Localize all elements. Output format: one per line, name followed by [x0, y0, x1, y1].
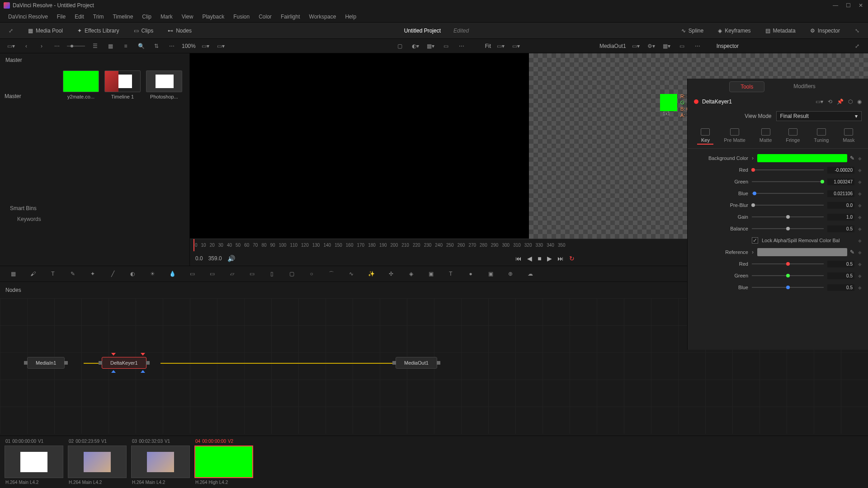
- tool-rect-icon[interactable]: ▢: [286, 268, 297, 280]
- ref-blue-slider[interactable]: [752, 287, 824, 288]
- keyframe-diamond[interactable]: ◆: [858, 191, 862, 196]
- time-start[interactable]: 0.0: [195, 255, 203, 262]
- goto-end-icon[interactable]: ⏭: [557, 255, 564, 262]
- red-value[interactable]: [827, 167, 854, 174]
- tool-text-icon[interactable]: T: [47, 268, 59, 280]
- nav-back-icon[interactable]: ‹: [21, 41, 32, 52]
- view-grid-icon[interactable]: ▦: [105, 41, 116, 52]
- tool-brush-icon[interactable]: ✎: [67, 268, 79, 280]
- keyframe-diamond[interactable]: ◆: [858, 285, 862, 290]
- inspector-tab-modifiers[interactable]: Modifiers: [783, 81, 826, 92]
- nav-forward-icon[interactable]: ›: [36, 41, 47, 52]
- keyframe-diamond[interactable]: ◆: [858, 250, 862, 255]
- viewmode-select[interactable]: Final Result▾: [776, 111, 862, 121]
- menu-playback[interactable]: Playback: [198, 12, 229, 22]
- dropdown-icon[interactable]: ▭▾: [631, 41, 642, 52]
- search-icon[interactable]: 🔍: [136, 41, 146, 52]
- menu-fusion[interactable]: Fusion: [229, 12, 254, 22]
- balance-slider[interactable]: [752, 228, 824, 229]
- keyframe-diamond[interactable]: ◆: [858, 215, 862, 220]
- playhead[interactable]: [193, 239, 194, 251]
- more3-icon[interactable]: ⋯: [456, 41, 467, 52]
- menu-file[interactable]: File: [52, 12, 70, 22]
- menu-color[interactable]: Color: [254, 12, 276, 22]
- keyframe-diamond[interactable]: ◆: [858, 168, 862, 173]
- layout2-icon[interactable]: ▭▾: [200, 41, 211, 52]
- node-mediain1[interactable]: MediaIn1: [27, 357, 65, 369]
- expand-icon[interactable]: ›: [752, 155, 754, 161]
- param-tab-tuning[interactable]: Tuning: [810, 127, 832, 145]
- tool-matte-icon[interactable]: ▭: [246, 268, 258, 280]
- menu-help[interactable]: Help: [340, 12, 361, 22]
- smartbin-keywords[interactable]: Keywords: [10, 213, 48, 225]
- tool-wave-icon[interactable]: ∿: [345, 268, 357, 280]
- keyframe-diamond[interactable]: ◆: [858, 156, 862, 161]
- view-strip-icon[interactable]: ≡: [120, 41, 131, 52]
- param-tab-matte[interactable]: Matte: [756, 127, 776, 145]
- clip-item[interactable]: Timeline 1: [104, 70, 141, 99]
- menu-clip[interactable]: Clip: [137, 12, 156, 22]
- node-enable-dot[interactable]: [694, 99, 698, 104]
- tool-3d-icon[interactable]: ◈: [405, 268, 417, 280]
- green-slider[interactable]: [752, 181, 824, 182]
- ref-blue-value[interactable]: [827, 284, 854, 291]
- clip-item[interactable]: y2mate.co...: [62, 70, 99, 99]
- thumb-slider[interactable]: [67, 46, 85, 47]
- view-box-icon[interactable]: ▭: [441, 41, 452, 52]
- menu-timeline[interactable]: Timeline: [108, 12, 137, 22]
- gain-slider[interactable]: [752, 216, 824, 217]
- tool-bg-icon[interactable]: ▦: [7, 268, 19, 280]
- loop-icon[interactable]: ↻: [569, 255, 575, 262]
- tool-render-icon[interactable]: ▣: [485, 268, 496, 280]
- ref-red-value[interactable]: [827, 261, 854, 267]
- tool-light-icon[interactable]: ☀: [146, 268, 158, 280]
- goto-start-icon[interactable]: ⏮: [515, 255, 522, 262]
- volume-icon[interactable]: 🔊: [227, 255, 235, 262]
- media-pool-button[interactable]: ▦Media Pool: [25, 26, 66, 36]
- expand-right-icon[interactable]: ⤡: [852, 25, 863, 36]
- tool-crop-icon[interactable]: ▱: [226, 268, 238, 280]
- fit-label[interactable]: Fit: [485, 43, 491, 49]
- tool-ellipse-icon[interactable]: ○: [306, 268, 317, 280]
- reset-icon[interactable]: ⟲: [828, 99, 832, 105]
- ref-green-value[interactable]: [827, 272, 854, 279]
- tool-shape-icon[interactable]: ●: [465, 268, 476, 280]
- spline-button[interactable]: ∿Spline: [679, 26, 706, 36]
- green-value[interactable]: [827, 178, 854, 185]
- close-button[interactable]: ✕: [857, 2, 864, 9]
- layout4-icon[interactable]: ▭▾: [495, 41, 506, 52]
- tool-cloud-icon[interactable]: ☁: [524, 268, 536, 280]
- blue-slider[interactable]: [752, 193, 824, 194]
- box2-icon[interactable]: ▭: [677, 41, 688, 52]
- tool-curve-icon[interactable]: ⌒: [326, 268, 337, 280]
- keyframes-button[interactable]: ◈Keyframes: [715, 26, 753, 36]
- tool-cube-icon[interactable]: ▯: [266, 268, 278, 280]
- clip-card[interactable]: 0300:02:32:03V1 H.264 Main L4.2: [130, 438, 191, 486]
- blue-value[interactable]: [827, 190, 854, 197]
- eyedropper-icon[interactable]: ✎: [850, 249, 854, 255]
- param-tab-key[interactable]: Key: [697, 127, 713, 145]
- layout5-icon[interactable]: ▭▾: [511, 41, 522, 52]
- minimize-button[interactable]: —: [832, 2, 839, 9]
- expand-inspector-icon[interactable]: ⤢: [852, 41, 863, 52]
- view-list-icon[interactable]: ☰: [90, 41, 100, 52]
- inspector-button[interactable]: ⚙Inspector: [807, 26, 843, 36]
- clip-card-active[interactable]: 0400:00:00:00V2 H.264 High L4.2: [193, 438, 254, 486]
- clip-card[interactable]: 0100:00:00:00V1 H.264 Main L4.2: [4, 438, 64, 486]
- maximize-button[interactable]: ☐: [844, 2, 852, 9]
- viewer-output-label[interactable]: MediaOut1: [599, 43, 626, 49]
- keyframe-diamond[interactable]: ◆: [858, 273, 862, 278]
- param-tab-fringe[interactable]: Fringe: [782, 127, 803, 145]
- tool-camera-icon[interactable]: ▣: [425, 268, 437, 280]
- zoom-label[interactable]: 100%: [182, 43, 196, 49]
- menu-fairlight[interactable]: Fairlight: [276, 12, 305, 22]
- clip-card[interactable]: 0200:02:23:59V1 H.264 Main L4.2: [67, 438, 127, 486]
- tool-tracker-icon[interactable]: ✣: [385, 268, 397, 280]
- play-icon[interactable]: ▶: [547, 255, 552, 262]
- layout3-icon[interactable]: ▭▾: [216, 41, 226, 52]
- tool-line-icon[interactable]: ╱: [107, 268, 118, 280]
- metadata-button[interactable]: ▤Metadata: [763, 26, 798, 36]
- tool-globe-icon[interactable]: ⊕: [505, 268, 516, 280]
- clips-button[interactable]: ▭Clips: [131, 26, 156, 36]
- reference-swatch[interactable]: [757, 248, 847, 256]
